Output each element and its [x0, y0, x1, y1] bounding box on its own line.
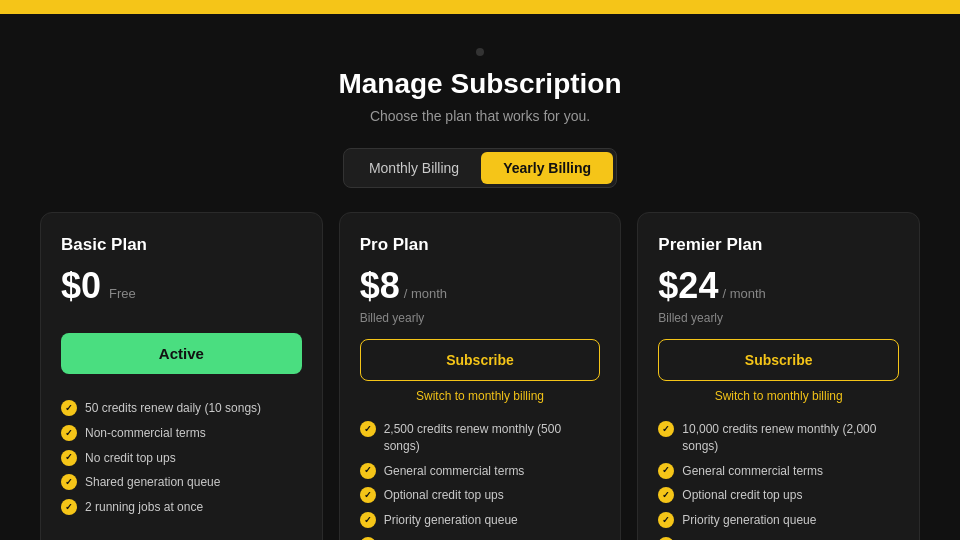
plan-card-pro: Pro Plan $8 / month Billed yearly Subscr… [339, 212, 622, 540]
features-list-basic: 50 credits renew daily (10 songs) Non-co… [61, 400, 302, 516]
billed-text-premier: Billed yearly [658, 311, 899, 325]
price-period-pro: / month [404, 286, 447, 301]
plan-price-basic: $0 Free [61, 265, 302, 307]
plan-name-basic: Basic Plan [61, 235, 302, 255]
check-icon [61, 425, 77, 441]
feature-item: Non-commercial terms [61, 425, 302, 442]
feature-item: 2 running jobs at once [61, 499, 302, 516]
feature-item: 10,000 credits renew monthly (2,000 song… [658, 421, 899, 455]
check-icon [658, 487, 674, 503]
plan-name-pro: Pro Plan [360, 235, 601, 255]
price-amount-premier: $24 [658, 265, 718, 307]
feature-item: 50 credits renew daily (10 songs) [61, 400, 302, 417]
switch-billing-link-pro[interactable]: Switch to monthly billing [360, 389, 601, 403]
plans-container: Basic Plan $0 Free Active 50 credits ren… [0, 212, 960, 540]
feature-item: Shared generation queue [61, 474, 302, 491]
page-subtitle: Choose the plan that works for you. [370, 108, 590, 124]
subscribe-button-pro[interactable]: Subscribe [360, 339, 601, 381]
check-icon [360, 487, 376, 503]
feature-item: General commercial terms [360, 463, 601, 480]
top-bar [0, 0, 960, 14]
feature-item: 2,500 credits renew monthly (500 songs) [360, 421, 601, 455]
check-icon [61, 499, 77, 515]
check-icon [61, 400, 77, 416]
feature-item: General commercial terms [658, 463, 899, 480]
price-amount-basic: $0 [61, 265, 101, 307]
check-icon [658, 512, 674, 528]
check-icon [658, 463, 674, 479]
feature-item: Optional credit top ups [658, 487, 899, 504]
feature-item: Priority generation queue [360, 512, 601, 529]
monthly-billing-btn[interactable]: Monthly Billing [347, 152, 481, 184]
yearly-billing-btn[interactable]: Yearly Billing [481, 152, 613, 184]
plan-price-premier: $24 / month [658, 265, 899, 307]
feature-item: No credit top ups [61, 450, 302, 467]
feature-item: Optional credit top ups [360, 487, 601, 504]
check-icon [61, 450, 77, 466]
plan-card-basic: Basic Plan $0 Free Active 50 credits ren… [40, 212, 323, 540]
check-icon [658, 421, 674, 437]
subscribe-button-premier[interactable]: Subscribe [658, 339, 899, 381]
plan-price-pro: $8 / month [360, 265, 601, 307]
check-icon [360, 512, 376, 528]
billed-text-pro: Billed yearly [360, 311, 601, 325]
features-list-premier: 10,000 credits renew monthly (2,000 song… [658, 421, 899, 540]
billing-toggle: Monthly Billing Yearly Billing [343, 148, 617, 188]
check-icon [360, 421, 376, 437]
check-icon [360, 463, 376, 479]
price-amount-pro: $8 [360, 265, 400, 307]
check-icon [61, 474, 77, 490]
camera-dot [476, 48, 484, 56]
page-title: Manage Subscription [338, 68, 621, 100]
switch-billing-link-premier[interactable]: Switch to monthly billing [658, 389, 899, 403]
price-period-premier: / month [722, 286, 765, 301]
price-free-basic: Free [109, 286, 136, 301]
features-list-pro: 2,500 credits renew monthly (500 songs) … [360, 421, 601, 540]
plan-card-premier: Premier Plan $24 / month Billed yearly S… [637, 212, 920, 540]
plan-name-premier: Premier Plan [658, 235, 899, 255]
active-button-basic[interactable]: Active [61, 333, 302, 374]
feature-item: Priority generation queue [658, 512, 899, 529]
page-container: Manage Subscription Choose the plan that… [0, 0, 960, 540]
